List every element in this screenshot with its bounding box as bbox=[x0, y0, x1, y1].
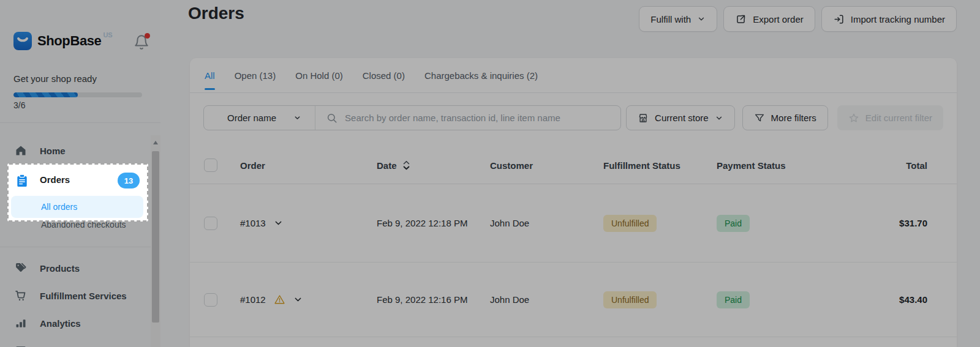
sidebar-item-orders[interactable]: Orders 13 bbox=[9, 168, 147, 193]
sidebar-item-label: All orders bbox=[41, 202, 77, 212]
orders-clipboard-icon bbox=[16, 174, 28, 187]
sidebar-item-label: Orders bbox=[40, 174, 70, 185]
orders-count-badge: 13 bbox=[118, 173, 140, 188]
shopbase-admin-screen: ShopBase US Get your shop ready 3/6 Home bbox=[0, 0, 980, 347]
tutorial-highlight-box: Orders 13 All orders bbox=[7, 163, 148, 222]
sidebar-item-all-orders[interactable]: All orders bbox=[11, 196, 143, 218]
